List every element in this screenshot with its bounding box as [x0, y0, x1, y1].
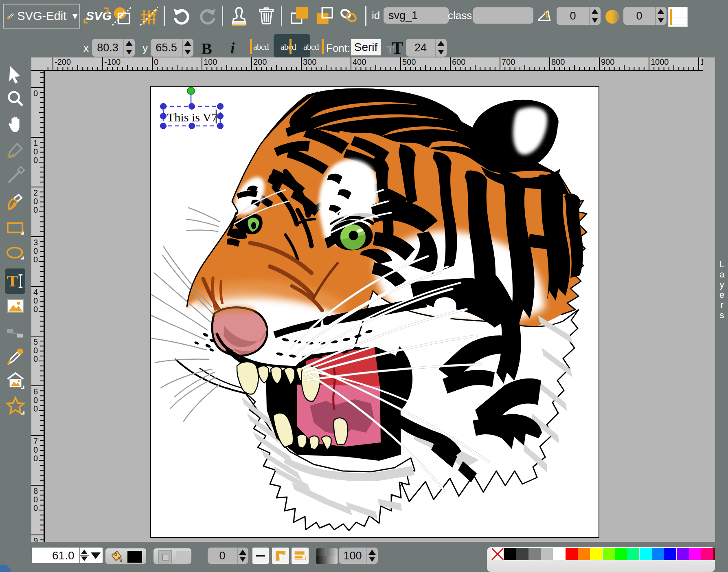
- svg-text:500: 500: [402, 57, 416, 66]
- svg-text:900: 900: [601, 57, 614, 66]
- svg-text:9: 9: [33, 536, 38, 542]
- svg-text:0: 0: [33, 255, 38, 264]
- svg-text:4: 4: [33, 288, 38, 297]
- svg-text:1: 1: [33, 139, 38, 147]
- svg-text:0: 0: [33, 346, 38, 355]
- svg-text:6: 6: [33, 387, 38, 396]
- svg-text:0: 0: [33, 147, 38, 156]
- svg-text:600: 600: [452, 57, 465, 66]
- svg-text:0: 0: [33, 305, 38, 314]
- svg-text:300: 300: [303, 57, 316, 66]
- svg-text:0: 0: [33, 89, 38, 98]
- svg-text:0: 0: [154, 57, 158, 66]
- svg-text:0: 0: [33, 445, 38, 454]
- svg-text:200: 200: [253, 57, 267, 66]
- svg-text:0: 0: [33, 156, 38, 165]
- svg-text:0: 0: [33, 495, 38, 504]
- svg-text:0: 0: [33, 205, 38, 214]
- svg-text:0: 0: [33, 296, 38, 305]
- svg-text:5: 5: [33, 337, 38, 346]
- svg-text:700: 700: [502, 57, 515, 66]
- svg-text:2: 2: [33, 188, 38, 197]
- svg-text:100: 100: [204, 57, 217, 66]
- svg-text:0: 0: [33, 454, 38, 463]
- svg-text:0: 0: [33, 246, 38, 255]
- svg-text:3: 3: [33, 238, 38, 247]
- svg-text:7: 7: [33, 437, 38, 446]
- svg-text:0: 0: [33, 504, 38, 513]
- svg-text:1100: 1100: [700, 57, 703, 66]
- svg-text:1000: 1000: [651, 57, 669, 66]
- svg-text:0: 0: [33, 354, 38, 363]
- svg-text:8: 8: [33, 486, 38, 495]
- svg-text:-100: -100: [104, 57, 121, 66]
- svg-text:T: T: [7, 272, 18, 290]
- svg-text:0: 0: [33, 197, 38, 206]
- svg-text:This is V7: This is V7: [167, 110, 217, 124]
- svg-text:0: 0: [33, 404, 38, 413]
- svg-text:800: 800: [551, 57, 565, 66]
- svg-text:400: 400: [353, 57, 366, 66]
- svg-text:0: 0: [33, 396, 38, 405]
- svg-text:-200: -200: [55, 57, 71, 66]
